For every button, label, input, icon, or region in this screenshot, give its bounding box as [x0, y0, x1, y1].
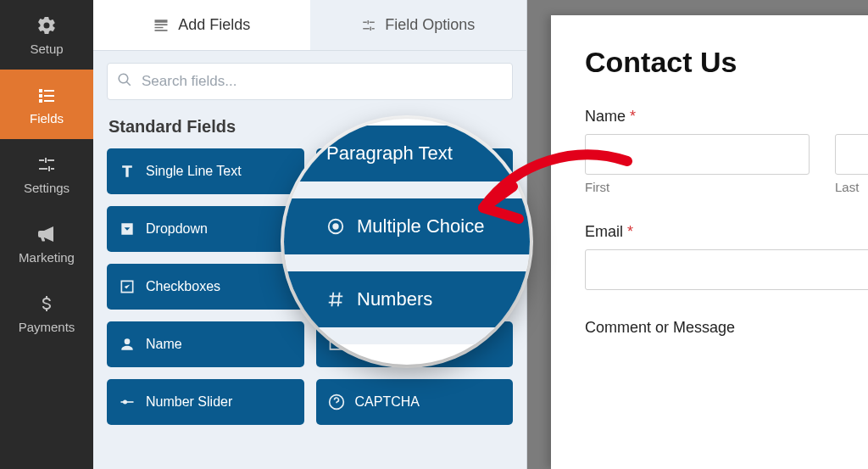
- field-paragraph-text[interactable]: Paragraph Text: [316, 148, 514, 194]
- sliders-icon: [361, 18, 376, 33]
- field-number-slider[interactable]: Number Slider: [107, 379, 304, 425]
- builder-panel: Add Fields Field Options Standard Fields…: [93, 0, 527, 469]
- form-card: Contact Us Name * First Last Email * Com…: [551, 15, 868, 469]
- field-captcha[interactable]: CAPTCHA: [316, 379, 514, 425]
- field-label: Checkboxes: [146, 279, 220, 294]
- sidebar-label: Marketing: [19, 250, 75, 265]
- tab-label: Add Fields: [178, 16, 250, 34]
- required-indicator: *: [627, 223, 633, 240]
- field-name[interactable]: Name: [107, 321, 304, 367]
- dollar-icon: [36, 293, 58, 315]
- sidebar-label: Payments: [19, 320, 75, 334]
- field-label: Name: [146, 337, 182, 352]
- name-label: Name *: [585, 108, 868, 126]
- tab-label: Field Options: [385, 16, 475, 34]
- field-label: Number Slider: [146, 394, 232, 410]
- field-email[interactable]: Email: [316, 321, 514, 367]
- form-title: Contact Us: [585, 46, 868, 79]
- check-square-icon: [119, 278, 136, 295]
- sidebar-label: Fields: [30, 111, 64, 126]
- sidebar-item-fields[interactable]: Fields: [0, 70, 93, 139]
- svg-point-1: [333, 226, 339, 232]
- field-checkboxes[interactable]: Checkboxes: [107, 264, 304, 310]
- search-field: [107, 63, 513, 100]
- sidebar: Setup Fields Settings Marketing Payments: [0, 0, 93, 469]
- first-sublabel: First: [585, 180, 810, 194]
- list-icon: [36, 84, 58, 106]
- hash-icon: [328, 278, 345, 295]
- last-sublabel: Last: [835, 180, 868, 194]
- search-input[interactable]: [107, 63, 513, 100]
- user-icon: [119, 336, 136, 353]
- field-dropdown[interactable]: Dropdown: [107, 206, 304, 252]
- field-label: Single Line Text: [146, 164, 242, 179]
- email-input[interactable]: [585, 249, 868, 290]
- field-multiple-choice[interactable]: Multiple Choice: [316, 206, 514, 252]
- tab-field-options[interactable]: Field Options: [310, 0, 527, 50]
- sidebar-item-payments[interactable]: Payments: [0, 278, 93, 348]
- field-email-preview: Email *: [585, 223, 868, 290]
- sidebar-item-settings[interactable]: Settings: [0, 139, 93, 209]
- sidebar-item-setup[interactable]: Setup: [0, 0, 93, 70]
- builder-tabs: Add Fields Field Options: [93, 0, 526, 51]
- field-label: CAPTCHA: [355, 394, 420, 410]
- field-label: Numbers: [355, 279, 410, 294]
- section-standard-fields: Standard Fields: [93, 105, 526, 142]
- email-label: Email *: [585, 223, 868, 241]
- search-icon: [117, 72, 132, 91]
- radio-icon: [328, 221, 345, 237]
- field-label: Multiple Choice: [355, 221, 448, 237]
- gear-icon: [36, 14, 58, 36]
- field-single-line-text[interactable]: Single Line Text: [107, 148, 304, 194]
- field-label: Email: [355, 337, 389, 352]
- field-grid: Single Line Text Paragraph Text Dropdown…: [93, 142, 526, 442]
- last-name-input[interactable]: [835, 134, 868, 175]
- field-name-preview: Name * First Last: [585, 108, 868, 194]
- required-indicator: *: [630, 108, 636, 125]
- caret-square-icon: [119, 221, 136, 237]
- bullhorn-icon: [36, 223, 58, 245]
- first-name-input[interactable]: [585, 134, 810, 175]
- text-icon: [119, 163, 136, 180]
- question-icon: [328, 394, 345, 410]
- field-label: Paragraph Text: [355, 164, 447, 179]
- paragraph-icon: [328, 163, 345, 180]
- form-preview: Contact Us Name * First Last Email * Com…: [527, 0, 868, 469]
- form-icon: [153, 17, 170, 34]
- svg-point-2: [123, 400, 127, 405]
- field-label: Dropdown: [146, 221, 208, 237]
- sidebar-label: Setup: [30, 42, 63, 56]
- sidebar-label: Settings: [24, 181, 70, 195]
- envelope-icon: [328, 336, 345, 353]
- field-numbers[interactable]: Numbers: [316, 264, 514, 310]
- field-comment-preview: Comment or Message: [585, 319, 868, 337]
- sliders-icon: [36, 154, 58, 176]
- slider-icon: [119, 394, 136, 410]
- sidebar-item-marketing[interactable]: Marketing: [0, 209, 93, 278]
- comment-label: Comment or Message: [585, 319, 868, 337]
- tab-add-fields[interactable]: Add Fields: [93, 0, 310, 50]
